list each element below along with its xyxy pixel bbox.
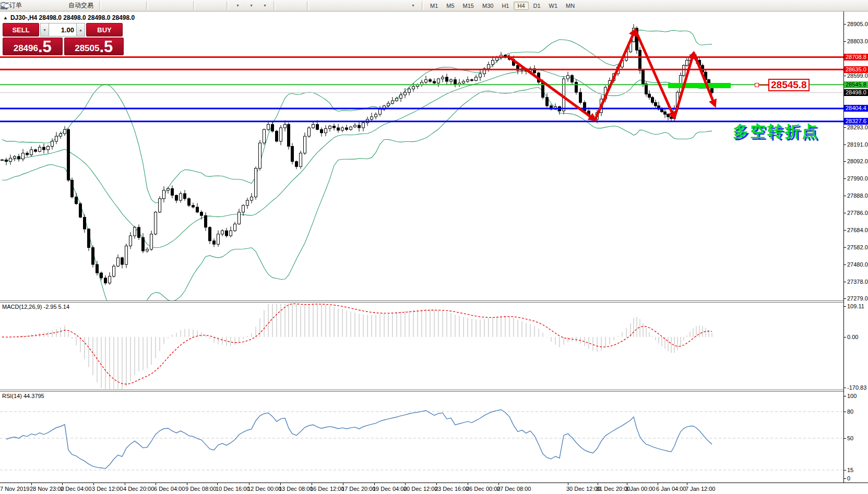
price-callout[interactable]: 28545.8 bbox=[768, 79, 810, 91]
zoom-out-button[interactable] bbox=[164, 1, 177, 11]
candlestick-chart-button[interactable] bbox=[117, 1, 130, 11]
buy-price[interactable]: 28505 .5 bbox=[64, 38, 124, 55]
axis-tick-label: 27684.0 bbox=[847, 227, 868, 233]
price-badge: 28635.0 bbox=[844, 66, 868, 73]
candle bbox=[163, 190, 165, 199]
tick-dash bbox=[844, 470, 846, 471]
candle bbox=[412, 87, 415, 89]
buy-button[interactable]: BUY bbox=[86, 23, 123, 37]
highlight-rectangle[interactable] bbox=[668, 83, 731, 88]
rsi-line bbox=[6, 409, 712, 468]
timeframe-h4[interactable]: H4 bbox=[514, 2, 528, 10]
candle bbox=[109, 276, 111, 283]
rsi-value: 44.3795 bbox=[23, 393, 44, 399]
time-tick bbox=[374, 483, 375, 485]
time-tick bbox=[187, 483, 187, 485]
timeframe-m1[interactable]: M1 bbox=[426, 2, 442, 10]
autotrade-button[interactable]: 自动交易 bbox=[66, 1, 97, 11]
equidistant-channel-button[interactable] bbox=[352, 1, 365, 11]
candle bbox=[308, 128, 311, 136]
price-badge: 28404.4 bbox=[844, 105, 868, 112]
candle bbox=[584, 102, 586, 111]
tick-dash bbox=[844, 24, 846, 25]
volume-up-button[interactable]: ▲ bbox=[76, 23, 85, 37]
chart-shift-button[interactable] bbox=[211, 1, 224, 11]
tick-dash bbox=[844, 161, 846, 162]
timeframe-d1[interactable]: D1 bbox=[530, 2, 544, 10]
candle bbox=[209, 227, 211, 241]
navigator-button[interactable] bbox=[39, 1, 53, 11]
price-axis[interactable]: 28905.028803.028599.028293.028191.028092… bbox=[843, 11, 868, 483]
trend-arrow[interactable] bbox=[694, 53, 715, 106]
candle bbox=[358, 125, 361, 128]
time-axis[interactable]: 27 Nov 201928 Nov 23:002 Dec 04:003 Dec … bbox=[0, 483, 868, 494]
trendline-button[interactable] bbox=[338, 1, 352, 11]
macd-values: -2.95 5.14 bbox=[43, 304, 69, 310]
candle bbox=[259, 143, 261, 168]
candle bbox=[437, 79, 440, 83]
separator bbox=[193, 1, 195, 10]
chinese-annotation[interactable]: 多空转折点 bbox=[733, 121, 819, 142]
timeframe-mn[interactable]: MN bbox=[562, 2, 578, 10]
callout-anchor-square bbox=[755, 83, 759, 87]
sell-price[interactable]: 28496 .5 bbox=[3, 38, 63, 55]
volume-field[interactable]: 1.00 bbox=[49, 23, 76, 37]
candle bbox=[1, 160, 4, 160]
axis-tick-label: 0.00 bbox=[847, 334, 858, 340]
candle bbox=[92, 248, 94, 264]
main-chart[interactable] bbox=[0, 11, 843, 300]
candle bbox=[22, 153, 25, 159]
templates-button[interactable]: ▾ bbox=[258, 1, 271, 11]
dropdown-caret-icon: ▾ bbox=[412, 3, 414, 8]
candle bbox=[246, 200, 249, 206]
candle bbox=[75, 197, 78, 204]
candle bbox=[88, 229, 90, 248]
cursor-button[interactable] bbox=[278, 1, 291, 11]
horizontal-line-button[interactable] bbox=[325, 1, 338, 11]
zoom-in-button[interactable] bbox=[150, 1, 164, 11]
toolbar-group-zoom bbox=[150, 0, 191, 11]
candle bbox=[642, 70, 645, 84]
candle bbox=[175, 195, 178, 200]
indicators-button[interactable]: ▾ bbox=[231, 1, 244, 11]
fibonacci-button[interactable]: F bbox=[365, 1, 379, 11]
vertical-line-button[interactable] bbox=[311, 1, 325, 11]
tile-windows-button[interactable] bbox=[177, 1, 191, 11]
separator bbox=[146, 1, 148, 10]
candle bbox=[234, 224, 236, 231]
candle bbox=[404, 92, 407, 95]
signals-button[interactable] bbox=[53, 1, 66, 11]
time-label: 23 Dec 16:00 bbox=[435, 486, 469, 492]
collapse-panel-icon[interactable]: ▲ bbox=[3, 15, 8, 20]
volume-down-button[interactable]: ▼ bbox=[40, 23, 49, 37]
crosshair-button[interactable] bbox=[291, 1, 305, 11]
tick-dash bbox=[844, 76, 846, 76]
trend-arrow[interactable] bbox=[595, 30, 635, 120]
timeframe-h1[interactable]: H1 bbox=[498, 2, 513, 10]
sell-button[interactable]: SELL bbox=[3, 23, 39, 37]
timeframe-m30[interactable]: M30 bbox=[479, 2, 497, 10]
arrows-button[interactable]: ▾ bbox=[406, 1, 420, 11]
chat-button[interactable] bbox=[829, 1, 843, 11]
timeframe-m15[interactable]: M15 bbox=[459, 2, 478, 10]
periods-button[interactable]: ▾ bbox=[244, 1, 258, 11]
toolbar-group-cursor bbox=[278, 0, 305, 11]
search-button[interactable] bbox=[804, 1, 818, 11]
axis-tick-label: 27582.0 bbox=[847, 244, 868, 250]
bar-chart-button[interactable] bbox=[103, 1, 117, 11]
macd-pane[interactable] bbox=[0, 302, 843, 390]
time-tick bbox=[568, 483, 568, 485]
rsi-pane[interactable] bbox=[0, 391, 843, 483]
line-chart-button[interactable] bbox=[130, 1, 144, 11]
auto-scroll-button[interactable] bbox=[197, 1, 211, 11]
text-label-button[interactable]: T bbox=[393, 1, 406, 11]
candle bbox=[51, 141, 54, 147]
candle bbox=[26, 153, 29, 154]
text-button[interactable]: A bbox=[379, 1, 393, 11]
axis-tick-label: -170.83 bbox=[847, 384, 866, 391]
timeframe-m5[interactable]: M5 bbox=[443, 2, 458, 10]
timeframe-w1[interactable]: W1 bbox=[545, 2, 562, 10]
axis-tick-label: 50 bbox=[847, 435, 853, 441]
tick-dash bbox=[844, 412, 846, 412]
market-watch-button[interactable] bbox=[26, 1, 39, 11]
